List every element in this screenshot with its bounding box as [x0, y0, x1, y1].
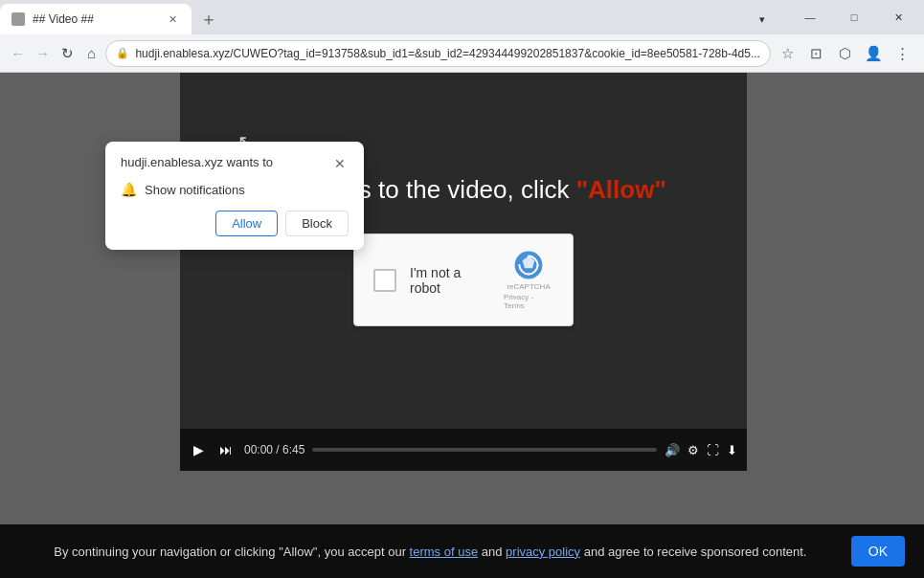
- volume-icon[interactable]: 🔊: [665, 443, 680, 457]
- maximize-button[interactable]: □: [832, 4, 876, 31]
- toolbar: ← → ↻ ⌂ 🔒 hudji.enablesa.xyz/CUWEO?tag_i…: [0, 34, 924, 73]
- popup-notification-row: 🔔 Show notifications: [121, 182, 349, 197]
- menu-icon[interactable]: ⋮: [890, 40, 916, 67]
- bg-right: [747, 73, 924, 471]
- time-display: 00:00 / 6:45: [244, 443, 304, 456]
- privacy-link[interactable]: privacy policy: [506, 545, 580, 559]
- block-button[interactable]: Block: [285, 211, 349, 236]
- minimize-button[interactable]: —: [788, 4, 832, 31]
- bookmark-star-icon[interactable]: ☆: [775, 40, 801, 67]
- download-icon[interactable]: ⬇: [727, 443, 737, 457]
- video-player: ↖ To access to the video, click "Allow" …: [180, 73, 747, 471]
- popup-actions: Allow Block: [121, 211, 349, 236]
- cast-icon[interactable]: ⊡: [803, 40, 830, 67]
- progress-bar[interactable]: [312, 448, 657, 452]
- toolbar-actions: ☆ ⊡ ⬡ 👤 ⋮: [775, 40, 916, 67]
- profile-icon[interactable]: 👤: [861, 40, 888, 67]
- tab-favicon: [11, 12, 25, 26]
- tab-title: ## Video ##: [33, 12, 157, 26]
- recaptcha-widget: I'm not a robot reCAPTCHA Privacy - Term…: [353, 233, 574, 326]
- video-allow-text: "Allow": [576, 175, 666, 204]
- back-button[interactable]: ←: [8, 38, 29, 69]
- address-bar[interactable]: 🔒 hudji.enablesa.xyz/CUWEO?tag_id=913758…: [105, 40, 771, 67]
- ok-button[interactable]: OK: [851, 536, 905, 567]
- recaptcha-checkbox[interactable]: [373, 269, 396, 292]
- notification-popup: hudji.enablesa.xyz wants to ✕ 🔔 Show not…: [105, 142, 364, 250]
- tab-bar-extra: ▾: [738, 6, 788, 34]
- terms-link[interactable]: terms of use: [410, 545, 479, 559]
- popup-close-button[interactable]: ✕: [331, 155, 349, 172]
- recaptcha-brand-text: reCAPTCHA: [507, 282, 550, 291]
- popup-title: hudji.enablesa.xyz wants to: [121, 155, 273, 169]
- recaptcha-logo: reCAPTCHA Privacy - Terms: [504, 250, 553, 310]
- window-controls: — □ ✕: [788, 4, 924, 34]
- content-area: ↖ To access to the video, click "Allow" …: [0, 73, 924, 578]
- recaptcha-sub-text: Privacy - Terms: [504, 293, 553, 310]
- fullscreen-icon[interactable]: ⛶: [707, 443, 719, 457]
- recaptcha-icon: [513, 250, 544, 280]
- consent-text-before: By continuing your navigation or clickin…: [54, 545, 409, 559]
- allow-button[interactable]: Allow: [215, 211, 278, 236]
- consent-text-after: and agree to receive sponsored content.: [580, 545, 806, 559]
- popup-header: hudji.enablesa.xyz wants to ✕: [121, 155, 349, 172]
- reload-button[interactable]: ↻: [56, 38, 78, 69]
- video-controls: ▶ ⏭ 00:00 / 6:45 🔊 ⚙ ⛶ ⬇: [180, 429, 747, 471]
- forward-button[interactable]: →: [33, 38, 54, 69]
- tab-close-button[interactable]: ✕: [165, 11, 180, 27]
- close-button[interactable]: ✕: [876, 4, 920, 31]
- extensions-icon[interactable]: ⬡: [832, 40, 859, 67]
- next-button[interactable]: ⏭: [215, 438, 237, 461]
- tab-bar-menu[interactable]: ▾: [740, 6, 784, 33]
- bell-icon: 🔔: [121, 182, 137, 197]
- tab-bar: ## Video ## ✕ ＋ ▾ — □ ✕: [0, 0, 924, 34]
- bg-left: [0, 73, 180, 471]
- consent-and: and: [482, 545, 503, 559]
- recaptcha-label: I'm not a robot: [410, 265, 490, 296]
- browser-window: ## Video ## ✕ ＋ ▾ — □ ✕ ← → ↻ ⌂ 🔒 hudji.…: [0, 0, 924, 578]
- address-text: hudji.enablesa.xyz/CUWEO?tag_id=913758&s…: [135, 47, 760, 60]
- popup-row-text: Show notifications: [145, 183, 245, 197]
- video-content: ↖ To access to the video, click "Allow" …: [180, 73, 747, 429]
- home-button[interactable]: ⌂: [81, 38, 102, 69]
- new-tab-button[interactable]: ＋: [195, 6, 222, 33]
- consent-text: By continuing your navigation or clickin…: [19, 545, 842, 559]
- play-button[interactable]: ▶: [190, 438, 208, 461]
- lock-icon: 🔒: [116, 47, 129, 59]
- consent-bar: By continuing your navigation or clickin…: [0, 524, 924, 578]
- active-tab[interactable]: ## Video ## ✕: [0, 4, 192, 34]
- settings-icon[interactable]: ⚙: [687, 443, 699, 457]
